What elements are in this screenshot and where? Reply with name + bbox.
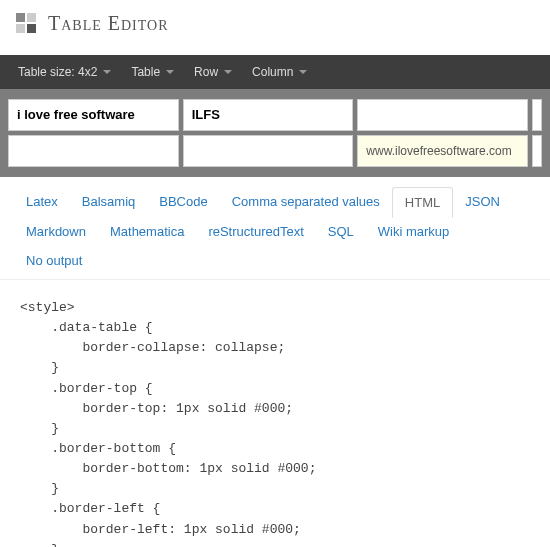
- tab-wiki-markup[interactable]: Wiki markup: [366, 217, 462, 246]
- chevron-down-icon: [224, 70, 232, 74]
- table-row: [8, 135, 542, 167]
- tab-html[interactable]: HTML: [392, 187, 453, 218]
- tab-bbcode[interactable]: BBCode: [147, 187, 219, 217]
- app-header: Table Editor: [0, 0, 550, 47]
- menu-label: Row: [194, 65, 218, 79]
- cell-input[interactable]: [192, 107, 345, 122]
- tab-json[interactable]: JSON: [453, 187, 512, 217]
- row-menu[interactable]: Row: [184, 55, 242, 89]
- menu-label: Table: [131, 65, 160, 79]
- output-tabs: LatexBalsamiqBBCodeComma separated value…: [0, 177, 550, 280]
- table-cell[interactable]: [183, 135, 354, 167]
- cell-input[interactable]: [17, 143, 170, 158]
- tab-mathematica[interactable]: Mathematica: [98, 217, 196, 246]
- tab-sql[interactable]: SQL: [316, 217, 366, 246]
- chevron-down-icon: [166, 70, 174, 74]
- table-size-menu[interactable]: Table size: 4x2: [8, 55, 121, 89]
- table-cell[interactable]: [357, 99, 528, 131]
- table-cell[interactable]: [357, 135, 528, 167]
- cell-input[interactable]: [366, 107, 519, 122]
- cell-input[interactable]: [366, 144, 519, 158]
- table-cell[interactable]: [532, 99, 542, 131]
- tab-comma-separated-values[interactable]: Comma separated values: [220, 187, 392, 217]
- tab-markdown[interactable]: Markdown: [14, 217, 98, 246]
- tab-latex[interactable]: Latex: [14, 187, 70, 217]
- cell-input[interactable]: [17, 107, 170, 122]
- chevron-down-icon: [103, 70, 111, 74]
- tab-no-output[interactable]: No output: [14, 246, 94, 275]
- chevron-down-icon: [299, 70, 307, 74]
- table-cell[interactable]: [8, 99, 179, 131]
- table-cell[interactable]: [532, 135, 542, 167]
- table-cell[interactable]: [8, 135, 179, 167]
- menu-label: Column: [252, 65, 293, 79]
- table-cell[interactable]: [183, 99, 354, 131]
- app-title: Table Editor: [48, 12, 169, 35]
- cell-input[interactable]: [192, 143, 345, 158]
- app-logo: [16, 13, 38, 35]
- output-code: <style> .data-table { border-collapse: c…: [0, 280, 550, 547]
- tab-restructuredtext[interactable]: reStructuredText: [196, 217, 315, 246]
- table-size-label: Table size: 4x2: [18, 65, 97, 79]
- tab-balsamiq[interactable]: Balsamiq: [70, 187, 147, 217]
- toolbar: Table size: 4x2 Table Row Column: [0, 55, 550, 89]
- table-menu[interactable]: Table: [121, 55, 184, 89]
- table-editor: [0, 89, 550, 177]
- column-menu[interactable]: Column: [242, 55, 317, 89]
- table-row: [8, 99, 542, 131]
